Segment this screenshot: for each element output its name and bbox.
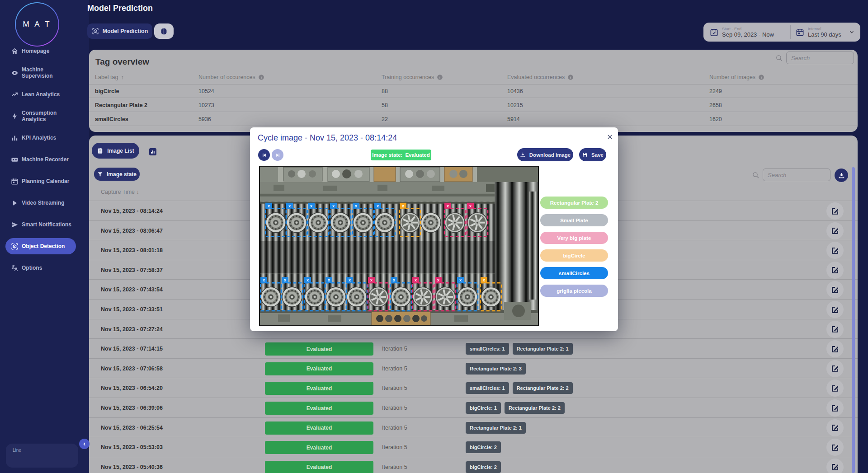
sidebar-item-lean-analytics[interactable]: Lean Analytics <box>0 84 89 105</box>
capture-time: Nov 15, 2023 - 06:54:20 <box>101 378 163 398</box>
download-image-button[interactable]: Download image <box>517 148 573 161</box>
sidebar-item-options[interactable]: Options <box>0 257 89 279</box>
edit-row-button[interactable] <box>826 419 844 436</box>
next-image-button[interactable] <box>272 149 283 161</box>
edit-row-button[interactable] <box>826 321 844 338</box>
image-list-row[interactable]: Nov 15, 2023 - 06:39:06EvaluatedIteratio… <box>89 398 858 417</box>
column-header-label: Label tag <box>95 74 118 80</box>
edit-row-button[interactable] <box>826 340 844 357</box>
chevron-down-icon[interactable] <box>849 29 855 35</box>
column-header-number-of-occurences[interactable]: Number of occurences <box>198 74 264 81</box>
image-list-row[interactable]: Nov 15, 2023 - 05:40:36EvaluatedIteratio… <box>89 457 858 473</box>
cell-occurrences: 10524 <box>198 84 214 98</box>
save-icon <box>582 152 588 158</box>
image-list-row[interactable]: Nov 15, 2023 - 07:06:58EvaluatedIteratio… <box>89 358 858 378</box>
image-list-button[interactable]: Image List <box>92 143 139 159</box>
capture-time-column-header[interactable]: Capture Time ↓ <box>101 189 139 195</box>
image-list-row[interactable]: Nov 15, 2023 - 07:14:15EvaluatedIteratio… <box>89 338 858 358</box>
label-chip-very-big-plate[interactable]: Very big plate <box>540 232 608 244</box>
edit-row-button[interactable] <box>826 301 844 318</box>
tag-overview-search-input[interactable] <box>786 52 854 64</box>
sidebar-item-label: Object Detection <box>22 243 75 249</box>
image-state-badge-label: Image state: <box>372 152 402 158</box>
label-chip-smallcircles[interactable]: smallCircles <box>540 267 608 279</box>
label-chip-griglia-piccola[interactable]: griglia piccola <box>540 285 608 297</box>
sidebar-item-label: Options <box>22 265 75 271</box>
info-icon <box>258 74 264 80</box>
ai-brain-button[interactable] <box>154 23 174 39</box>
date-range-control[interactable]: Start - End Sep 09, 2023 - Now Interval … <box>703 23 860 42</box>
iteration-label: Iteration 5 <box>382 418 407 438</box>
edit-row-button[interactable] <box>826 222 844 239</box>
column-header-evaluated-occurrences[interactable]: Evaluated occurrences <box>507 74 574 81</box>
save-button[interactable]: Save <box>579 148 606 161</box>
table-row[interactable]: bigCircle1052488104362249 <box>89 84 858 98</box>
interval-value: Last 90 days <box>808 31 841 38</box>
sidebar-item-planning-calendar[interactable]: Planning Calendar <box>0 170 89 192</box>
edit-row-button[interactable] <box>826 202 844 220</box>
cycle-image[interactable]: xxxxxxxxxxxxxxxxxxxx <box>259 166 539 326</box>
export-download-button[interactable] <box>835 169 848 182</box>
edit-row-button[interactable] <box>826 399 844 417</box>
edit-row-button[interactable] <box>826 281 844 298</box>
sidebar-collapse-button[interactable] <box>79 439 90 449</box>
edit-icon <box>831 423 840 432</box>
tag-chip: Rectangular Plate 2: 2 <box>505 402 565 414</box>
iteration-label: Iteration 5 <box>382 339 407 359</box>
image-list-row[interactable]: Nov 15, 2023 - 06:25:54EvaluatedIteratio… <box>89 417 858 437</box>
table-row[interactable]: Rectangular Plate 21027358102152658 <box>89 98 858 112</box>
sidebar-item-machine-recorder[interactable]: Machine Recorder <box>0 149 89 170</box>
sidebar-item-object-detection[interactable]: Object Detection <box>0 235 89 257</box>
column-header-label-tag[interactable]: Label tag↑ <box>95 74 124 81</box>
edit-icon <box>831 226 840 235</box>
tag-chip-list: smallCircles: 1Rectangular Plate 2: 2 <box>466 382 573 394</box>
edit-row-button[interactable] <box>826 242 844 259</box>
image-list-row[interactable]: Nov 15, 2023 - 06:54:20EvaluatedIteratio… <box>89 378 858 398</box>
vertical-scrollbar[interactable] <box>852 167 855 473</box>
sidebar-item-video-streaming[interactable]: Video Streaming <box>0 192 89 214</box>
sidebar-item-homepage[interactable]: Homepage <box>0 40 89 62</box>
edit-row-button[interactable] <box>826 360 844 377</box>
table-row[interactable]: smallCircles59362259141620 <box>89 112 858 126</box>
sidebar-item-kpi-analytics[interactable]: KPI Analytics <box>0 127 89 149</box>
label-chip-rectangular-plate-2[interactable]: Rectangular Plate 2 <box>540 197 608 209</box>
info-icon <box>437 74 443 80</box>
chart-view-button[interactable] <box>149 148 156 155</box>
capture-time: Nov 15, 2023 - 07:58:37 <box>101 260 163 280</box>
previous-image-button[interactable] <box>258 149 270 161</box>
column-header-number-of-images[interactable]: Number of images <box>709 74 764 81</box>
edit-row-button[interactable] <box>826 262 844 279</box>
label-chip-bigcircle[interactable]: bigCircle <box>540 249 608 262</box>
svg-text:x: x <box>437 278 439 282</box>
svg-text:x: x <box>355 204 357 208</box>
column-header-label: Training occurrences <box>382 74 434 80</box>
edit-row-button[interactable] <box>826 459 844 473</box>
tab-model-prediction[interactable]: Model Prediction <box>87 23 152 39</box>
line-panel[interactable]: Line <box>6 444 78 468</box>
label-chip-small-plate[interactable]: Small Plate <box>540 214 608 226</box>
close-button[interactable] <box>605 133 614 142</box>
image-list-search-input[interactable] <box>763 169 830 181</box>
image-state-filter-label: Image state <box>107 171 137 178</box>
edit-row-button[interactable] <box>826 379 844 397</box>
date-range-group[interactable]: Start - End Sep 09, 2023 - Now <box>710 23 774 42</box>
sidebar-item-machine-supervision[interactable]: Machine Supervision <box>0 62 89 84</box>
image-state-filter-button[interactable]: Image state <box>94 168 140 181</box>
column-header-label: Evaluated occurrences <box>507 74 565 80</box>
edit-icon <box>831 246 840 255</box>
image-list-row[interactable]: Nov 15, 2023 - 05:53:03EvaluatedIteratio… <box>89 437 858 457</box>
state-badge: Evaluated <box>265 421 373 435</box>
sidebar-item-consumption-analytics[interactable]: Consumption Analytics <box>0 105 89 127</box>
sidebar-item-smart-notifications[interactable]: Smart Notifications <box>0 214 89 235</box>
column-header-training-occurrences[interactable]: Training occurrences <box>382 74 443 81</box>
cell-training: 88 <box>382 84 388 98</box>
cell-training: 58 <box>382 98 388 112</box>
svg-text:x: x <box>447 204 449 208</box>
sort-asc-icon: ↑ <box>121 74 123 80</box>
capture-time: Nov 15, 2023 - 07:27:24 <box>101 319 163 339</box>
edit-row-button[interactable] <box>826 439 844 456</box>
tag-chip-list: bigCircle: 2 <box>466 441 501 453</box>
interval-group[interactable]: Interval Last 90 days <box>796 23 841 42</box>
info-icon <box>567 74 574 80</box>
column-header-label: Number of images <box>709 74 755 80</box>
